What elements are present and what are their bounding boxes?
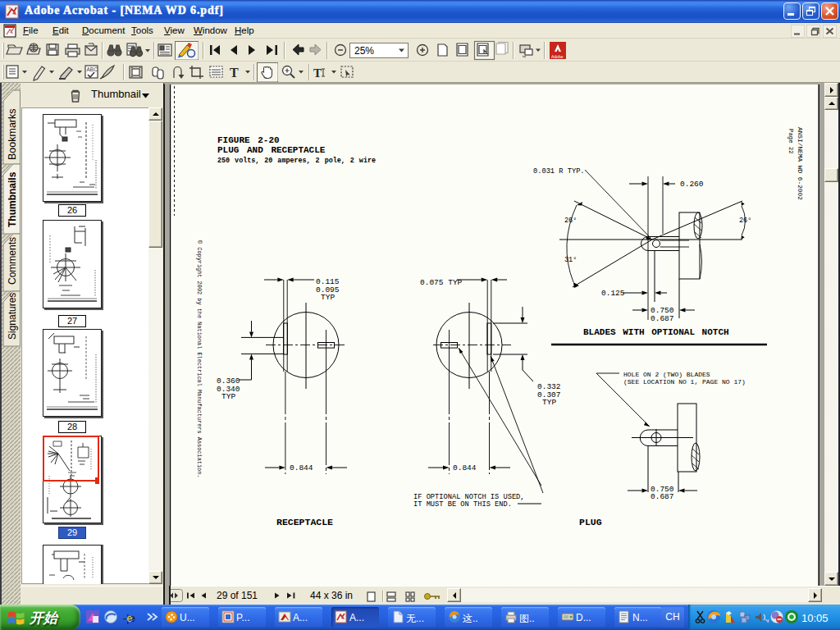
svg-text:Adobe: Adobe	[551, 54, 564, 59]
svg-text:Bookmarks: Bookmarks	[7, 108, 18, 160]
svg-text:44 x 36 in: 44 x 36 in	[310, 590, 353, 601]
svg-text:0.844: 0.844	[290, 463, 313, 472]
svg-text:26°: 26°	[739, 217, 751, 225]
svg-text:0.687: 0.687	[651, 314, 674, 323]
svg-text:ABC: ABC	[87, 66, 98, 72]
svg-text:31°: 31°	[564, 256, 577, 264]
svg-text:HOLE ON 2 (TWO) BLADES: HOLE ON 2 (TWO) BLADES	[623, 371, 710, 378]
svg-text:0.031 R TYP.: 0.031 R TYP.	[533, 167, 585, 176]
svg-text:Thumbnails: Thumbnails	[7, 171, 18, 227]
svg-text:0.075 TYP: 0.075 TYP	[420, 278, 463, 287]
svg-text:Page 22: Page 22	[788, 129, 794, 154]
svg-text:PLUG AND RECEPTACLE: PLUG AND RECEPTACLE	[217, 145, 326, 155]
svg-text:TYP: TYP	[221, 392, 235, 401]
svg-text:T: T	[313, 66, 322, 80]
svg-text:Comments: Comments	[7, 237, 18, 285]
svg-text:250 volts, 20 amperes, 2 pole,: 250 volts, 20 amperes, 2 pole, 2 wire	[217, 157, 376, 165]
svg-text:25%: 25%	[354, 45, 374, 57]
svg-text:FIGURE 2-20: FIGURE 2-20	[217, 135, 280, 145]
svg-text:BLADES WITH OPTIONAL NOTCH: BLADES WITH OPTIONAL NOTCH	[583, 327, 729, 337]
svg-text:PLUG: PLUG	[579, 517, 602, 527]
svg-text:T: T	[230, 66, 239, 80]
svg-text:IT MUST BE ON THIS END.: IT MUST BE ON THIS END.	[413, 500, 512, 509]
svg-text:29 of 151: 29 of 151	[217, 590, 258, 601]
svg-text:0.125: 0.125	[601, 289, 625, 298]
svg-text:0.687: 0.687	[651, 492, 674, 501]
svg-text:© Copyright 2002 by the Nation: © Copyright 2002 by the National Electri…	[196, 240, 203, 477]
svg-text:26°: 26°	[564, 217, 577, 225]
svg-text:RECEPTACLE: RECEPTACLE	[276, 517, 333, 527]
svg-text:ANSI/NEMA WD 6-2002: ANSI/NEMA WD 6-2002	[797, 127, 803, 200]
svg-text:0.260: 0.260	[680, 180, 704, 189]
svg-text:(SEE LOCATION NO 1, PAGE NO 17: (SEE LOCATION NO 1, PAGE NO 17)	[623, 378, 746, 386]
svg-text:Signatures: Signatures	[7, 293, 18, 340]
svg-text:e: e	[127, 613, 133, 624]
svg-text:0.844: 0.844	[453, 463, 477, 472]
svg-text:TYP: TYP	[321, 293, 335, 302]
svg-text:TYP: TYP	[542, 398, 556, 407]
